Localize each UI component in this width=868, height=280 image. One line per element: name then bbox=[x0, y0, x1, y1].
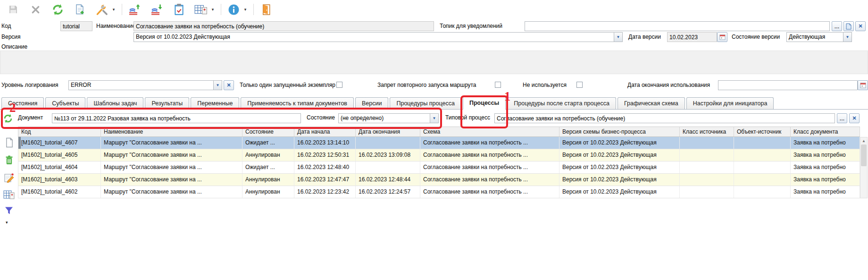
tools-icon[interactable] bbox=[95, 3, 108, 16]
cell-state: Ожидает ... bbox=[242, 137, 294, 149]
edit-icon[interactable] bbox=[3, 172, 15, 183]
table-row[interactable]: [M1602]_tutorial_4603 Маршрут "Согласова… bbox=[18, 174, 860, 186]
log-level-select[interactable]: ERROR ▼ bbox=[68, 80, 222, 90]
column-header-schema-version[interactable]: Версия схемы бизнес-процесса bbox=[559, 127, 680, 136]
calendar-icon bbox=[860, 82, 866, 88]
tab-versions[interactable]: Версии bbox=[355, 97, 388, 109]
import-books-icon[interactable] bbox=[150, 3, 163, 16]
column-header-code[interactable]: Код bbox=[18, 127, 101, 136]
column-header-date-start[interactable]: Дата начала bbox=[294, 127, 356, 136]
tab-process-procedures[interactable]: Процедуры процесса bbox=[390, 97, 461, 109]
cell-source-object bbox=[734, 149, 791, 161]
export-books-icon[interactable] bbox=[128, 3, 141, 16]
version-state-select[interactable]: Действующая ▼ bbox=[786, 32, 852, 42]
version-date-label: Дата версии bbox=[628, 34, 661, 40]
chevron-down-icon[interactable]: ▼ bbox=[614, 33, 622, 42]
cell-doc-class: Заявка на потребно bbox=[791, 137, 860, 149]
state-select[interactable]: (не определено) ▼ bbox=[338, 113, 439, 123]
version-date-calendar-button[interactable] bbox=[717, 32, 727, 42]
name-field[interactable] bbox=[134, 21, 434, 31]
typical-process-field[interactable] bbox=[494, 113, 835, 123]
cell-source-object bbox=[734, 186, 791, 198]
table-row[interactable]: [M1602]_tutorial_4605 Маршрут "Согласова… bbox=[18, 149, 860, 161]
log-level-label: Уровень логирования bbox=[1, 82, 58, 88]
table-row[interactable]: [M1602]_tutorial_4602 Маршрут "Согласова… bbox=[18, 186, 860, 198]
tab-processes[interactable]: Процессы 1 bbox=[463, 96, 506, 110]
toolbar-separator bbox=[253, 4, 254, 15]
cell-name: Маршрут "Согласование заявки на ... bbox=[101, 137, 242, 149]
tab-states[interactable]: Состояния bbox=[1, 97, 44, 109]
copy-page-icon bbox=[846, 23, 851, 30]
chevron-down-icon[interactable]: ▼ bbox=[213, 81, 222, 90]
refresh-icon[interactable] bbox=[51, 3, 64, 16]
column-header-schema[interactable]: Схема bbox=[420, 127, 559, 136]
filter-icon[interactable] bbox=[3, 205, 15, 216]
not-used-checkbox[interactable] bbox=[576, 82, 583, 88]
usage-end-date-calendar-button[interactable] bbox=[858, 80, 868, 90]
cell-state: Аннулирован bbox=[242, 149, 294, 161]
info-dropdown-caret[interactable]: ▾ bbox=[243, 7, 248, 12]
version-select[interactable]: Версия от 10.02.2023 Действующая ▼ bbox=[134, 32, 623, 42]
close-icon[interactable] bbox=[29, 3, 42, 16]
chevron-down-icon[interactable]: ▼ bbox=[843, 33, 851, 42]
column-header-state[interactable]: Состояние bbox=[242, 127, 294, 136]
cell-source-class bbox=[680, 137, 734, 149]
topic-folder-button[interactable] bbox=[843, 21, 854, 31]
tab-graphic-schema[interactable]: Графическая схема bbox=[618, 97, 685, 109]
tab-subjects[interactable]: Субъекты bbox=[45, 97, 85, 109]
cell-date-end bbox=[356, 137, 420, 149]
cell-source-class bbox=[680, 161, 734, 173]
topic-clear-button[interactable]: ✕ bbox=[855, 21, 866, 31]
chevron-down-icon[interactable]: ▼ bbox=[430, 114, 438, 123]
table-scrollbar[interactable]: ▲ bbox=[860, 137, 868, 198]
more-caret-icon[interactable]: ▾ bbox=[6, 220, 8, 225]
cell-schema: Согласование заявки на потребность ... bbox=[420, 137, 559, 149]
tab-results[interactable]: Результаты bbox=[145, 97, 189, 109]
cell-date-end: 16.02.2023 13:09:08 bbox=[356, 149, 420, 161]
tab-initiator-settings[interactable]: Настройки для инициатора bbox=[686, 97, 774, 109]
column-header-doc-class[interactable]: Класс документа bbox=[791, 127, 860, 136]
cell-name: Маршрут "Согласование заявки на ... bbox=[101, 174, 242, 186]
column-header-name[interactable]: Наименование bbox=[101, 127, 242, 136]
tasks-clipboard-icon[interactable] bbox=[172, 3, 185, 16]
typical-process-ellipsis-button[interactable]: … bbox=[837, 113, 847, 123]
usage-end-date-field[interactable] bbox=[718, 80, 858, 90]
scroll-up-icon[interactable]: ▲ bbox=[860, 137, 867, 144]
delete-icon[interactable] bbox=[3, 154, 15, 166]
topic-ellipsis-button[interactable]: … bbox=[832, 21, 842, 31]
code-field[interactable] bbox=[60, 21, 92, 31]
new-document-icon[interactable] bbox=[73, 3, 86, 16]
tab-processes-label: Процессы bbox=[469, 100, 499, 106]
registry-dropdown-caret[interactable]: ▾ bbox=[210, 7, 215, 12]
column-header-source-object[interactable]: Объект-источник bbox=[734, 127, 791, 136]
column-header-date-end[interactable]: Дата окончания bbox=[356, 127, 420, 136]
tab-after-start-procedures[interactable]: Процедуры после старта процесса bbox=[507, 97, 616, 109]
column-header-source-class[interactable]: Класс источника bbox=[680, 127, 734, 136]
cell-state: Аннулирован bbox=[242, 174, 294, 186]
exit-door-icon[interactable] bbox=[259, 3, 273, 16]
new-page-icon[interactable] bbox=[3, 137, 15, 148]
cell-date-end: 16.02.2023 12:48:44 bbox=[356, 174, 420, 186]
tab-variables[interactable]: Переменные bbox=[191, 97, 239, 109]
topic-field[interactable] bbox=[525, 21, 830, 31]
restart-ban-checkbox[interactable] bbox=[495, 82, 501, 88]
typical-process-clear-button[interactable]: ✕ bbox=[849, 113, 860, 123]
card-view-icon[interactable] bbox=[3, 189, 15, 200]
scrollbar-thumb[interactable] bbox=[861, 144, 867, 166]
registry-table-icon[interactable] bbox=[194, 3, 208, 16]
single-instance-checkbox[interactable] bbox=[336, 82, 342, 88]
tab-doc-type-applicability[interactable]: Применяемость к типам документов bbox=[241, 97, 354, 109]
save-icon[interactable] bbox=[7, 3, 20, 16]
document-field[interactable] bbox=[52, 113, 301, 123]
info-icon[interactable] bbox=[227, 3, 240, 16]
refresh-list-icon[interactable] bbox=[2, 113, 14, 124]
description-field[interactable] bbox=[0, 51, 868, 74]
tab-task-templates[interactable]: Шаблоны задач bbox=[87, 97, 143, 109]
table-row[interactable]: [M1602]_tutorial_4607 Маршрут "Согласова… bbox=[18, 137, 860, 149]
log-level-clear-button[interactable]: ✕ bbox=[224, 80, 234, 90]
table-row[interactable]: [M1602]_tutorial_4604 Маршрут "Согласова… bbox=[18, 161, 860, 174]
table-header: Код Наименование Состояние Дата начала Д… bbox=[18, 127, 860, 137]
tools-dropdown-caret[interactable]: ▾ bbox=[111, 7, 116, 12]
cell-source-object bbox=[734, 137, 791, 149]
version-date-field[interactable] bbox=[667, 32, 717, 42]
